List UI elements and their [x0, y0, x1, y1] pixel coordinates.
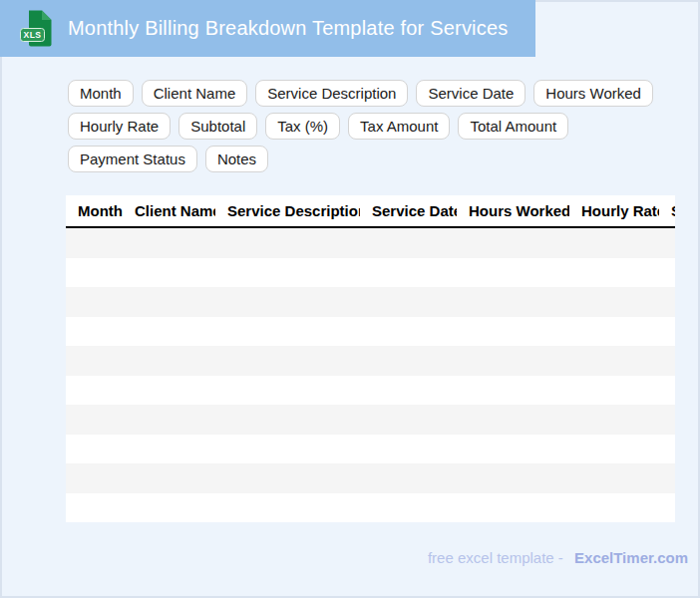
table-cell — [569, 258, 659, 288]
column-header-subtotal: Subtotal — [659, 195, 675, 227]
table-cell — [360, 287, 457, 317]
table-row — [66, 376, 675, 406]
table-cell — [457, 317, 569, 347]
header-bar: XLS Monthly Billing Breakdown Template f… — [0, 0, 535, 57]
table-cell — [659, 435, 675, 464]
field-chip-service-description[interactable]: Service Description — [255, 80, 408, 107]
footer-brand-link[interactable]: ExcelTimer.com — [574, 549, 688, 566]
table-row — [66, 346, 675, 376]
table-cell — [215, 376, 360, 406]
column-header-service-description: Service Description — [215, 195, 360, 227]
field-chips: MonthClient NameService DescriptionServi… — [68, 80, 680, 172]
table-cell — [66, 227, 123, 258]
field-chip-service-date[interactable]: Service Date — [416, 80, 525, 107]
column-header-client-name: Client Name — [123, 195, 215, 227]
table-cell — [457, 227, 569, 258]
page: XLS Monthly Billing Breakdown Template f… — [0, 0, 700, 598]
table-cell — [569, 435, 659, 464]
table-body — [66, 227, 675, 522]
table-cell — [66, 376, 123, 406]
table-cell — [569, 405, 659, 435]
page-title: Monthly Billing Breakdown Template for S… — [68, 17, 508, 40]
table-cell — [215, 405, 360, 435]
table-row — [66, 435, 675, 464]
field-chip-tax[interactable]: Tax (%) — [265, 113, 340, 140]
table-cell — [569, 493, 659, 523]
field-chip-tax-amount[interactable]: Tax Amount — [348, 113, 450, 140]
field-chip-month[interactable]: Month — [68, 80, 134, 107]
table-cell — [215, 493, 360, 523]
table-cell — [659, 463, 675, 493]
table-cell — [123, 287, 215, 317]
column-header-hourly-rate: Hourly Rate — [569, 195, 659, 227]
footer: free excel template - ExcelTimer.com — [428, 549, 688, 566]
table-cell — [569, 463, 659, 493]
footer-text: free excel template - — [428, 549, 563, 566]
table-cell — [215, 227, 360, 258]
table-cell — [360, 227, 457, 258]
table-cell — [360, 463, 457, 493]
table-cell — [123, 227, 215, 258]
table-cell — [457, 346, 569, 376]
table-cell — [123, 463, 215, 493]
table-cell — [215, 435, 360, 464]
table-container: MonthClient NameService DescriptionServi… — [66, 195, 675, 522]
xls-file-icon: XLS — [20, 10, 52, 47]
table-cell — [569, 317, 659, 347]
table-cell — [360, 258, 457, 288]
table-cell — [360, 346, 457, 376]
table-cell — [360, 405, 457, 435]
table-cell — [66, 463, 123, 493]
table-cell — [123, 376, 215, 406]
column-header-month: Month — [66, 195, 123, 227]
table-cell — [66, 346, 123, 376]
table-cell — [659, 346, 675, 376]
table-cell — [66, 405, 123, 435]
table-cell — [66, 258, 123, 288]
table-cell — [659, 405, 675, 435]
table-cell — [360, 376, 457, 406]
table-row — [66, 287, 675, 317]
table-cell — [66, 317, 123, 347]
field-chip-payment-status[interactable]: Payment Status — [68, 146, 197, 172]
table-cell — [659, 317, 675, 347]
table-cell — [569, 287, 659, 317]
table-cell — [659, 287, 675, 317]
field-chip-hours-worked[interactable]: Hours Worked — [533, 80, 653, 107]
table-cell — [457, 435, 569, 464]
column-header-service-date: Service Date — [360, 195, 457, 227]
billing-table: MonthClient NameService DescriptionServi… — [66, 195, 675, 522]
table-cell — [215, 317, 360, 347]
field-chip-total-amount[interactable]: Total Amount — [458, 113, 568, 140]
xls-badge-label: XLS — [23, 30, 41, 40]
field-chip-hourly-rate[interactable]: Hourly Rate — [68, 113, 171, 140]
table-row — [66, 493, 675, 523]
table-cell — [66, 493, 123, 523]
table-cell — [123, 435, 215, 464]
field-chip-client-name[interactable]: Client Name — [142, 80, 248, 107]
table-row — [66, 227, 675, 258]
table-cell — [457, 405, 569, 435]
table-cell — [66, 435, 123, 464]
field-chip-subtotal[interactable]: Subtotal — [178, 113, 257, 140]
table-row — [66, 463, 675, 493]
table-cell — [569, 376, 659, 406]
table-cell — [457, 258, 569, 288]
table-cell — [457, 287, 569, 317]
table-cell — [457, 493, 569, 523]
field-chip-notes[interactable]: Notes — [205, 146, 268, 172]
table-cell — [66, 287, 123, 317]
column-header-hours-worked: Hours Worked — [457, 195, 569, 227]
table-cell — [659, 493, 675, 523]
table-header-row: MonthClient NameService DescriptionServi… — [66, 195, 675, 227]
table-row — [66, 258, 675, 288]
table-cell — [123, 317, 215, 347]
table-cell — [215, 258, 360, 288]
table-cell — [457, 463, 569, 493]
table-cell — [123, 346, 215, 376]
table-cell — [215, 287, 360, 317]
table-cell — [123, 258, 215, 288]
table-cell — [457, 376, 569, 406]
table-cell — [569, 346, 659, 376]
table-cell — [659, 227, 675, 258]
